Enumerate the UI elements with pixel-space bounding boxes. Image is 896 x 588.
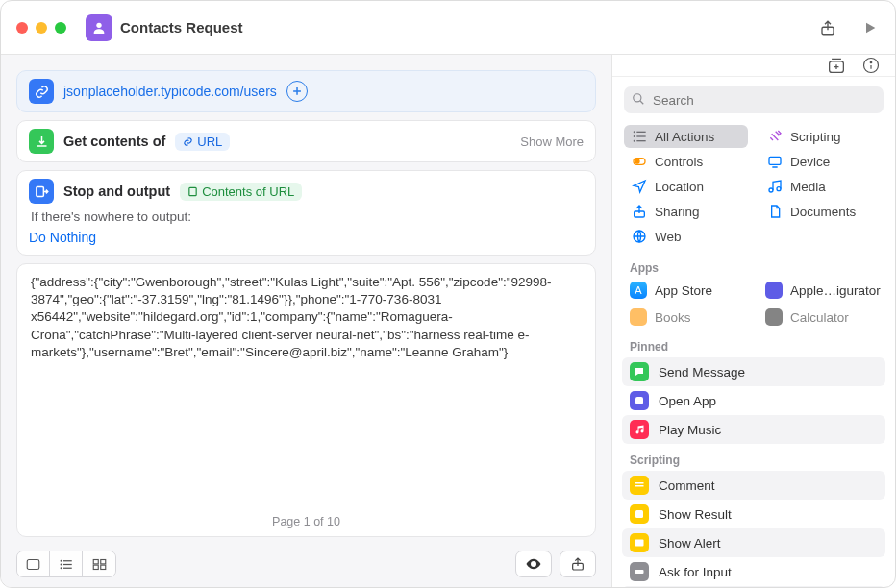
view-segmented-control	[16, 551, 116, 577]
svg-point-0	[96, 22, 101, 27]
share-output-button[interactable]	[560, 551, 596, 577]
script-comment[interactable]: Comment	[622, 471, 885, 500]
svg-rect-36	[635, 510, 643, 518]
add-url-button[interactable]: ＋	[286, 81, 308, 102]
window-title: Contacts Request	[120, 19, 243, 36]
cat-media[interactable]: Media	[759, 175, 884, 198]
zoom-window[interactable]	[55, 22, 66, 34]
view-list-button[interactable]	[50, 551, 83, 576]
shortcut-app-icon	[86, 14, 112, 41]
pinned-play-music[interactable]: Play Music	[622, 415, 885, 444]
app-books[interactable]: Books	[624, 306, 748, 329]
svg-rect-4	[27, 559, 39, 569]
editor-footer	[16, 545, 596, 579]
url-action[interactable]: jsonplaceholder.typicode.com/users ＋	[16, 70, 596, 112]
minimize-window[interactable]	[36, 22, 47, 34]
svg-rect-35	[635, 485, 644, 487]
section-scripting: Scripting	[612, 446, 895, 469]
share-button[interactable]	[818, 18, 837, 37]
fallback-label: If there's nowhere to output:	[29, 204, 584, 228]
svg-point-18	[870, 61, 872, 63]
pinned-open-app[interactable]: Open App	[622, 386, 885, 415]
page-indicator: Page 1 of 10	[17, 514, 595, 530]
output-preview: {"address":{"city":"Gwenborough","street…	[16, 263, 596, 537]
svg-rect-28	[769, 157, 781, 164]
svg-point-7	[61, 563, 62, 565]
script-show-alert[interactable]: Show Alert	[622, 528, 885, 557]
svg-rect-2	[36, 186, 43, 196]
cat-sharing[interactable]: Sharing	[624, 200, 748, 223]
url-value[interactable]: jsonplaceholder.typicode.com/users	[63, 84, 277, 99]
run-button[interactable]	[860, 18, 880, 37]
action-title: Get contents of	[63, 134, 165, 149]
info-button[interactable]	[860, 55, 882, 76]
svg-point-22	[634, 135, 635, 137]
svg-point-30	[777, 187, 781, 191]
output-icon	[29, 179, 54, 204]
section-apps: Apps	[612, 254, 895, 277]
script-show-result[interactable]: Show Result	[622, 500, 885, 528]
svg-point-29	[769, 188, 773, 192]
workflow-editor: jsonplaceholder.typicode.com/users ＋ Get…	[1, 55, 611, 587]
section-pinned: Pinned	[612, 332, 895, 355]
search-input[interactable]	[624, 86, 884, 113]
view-canvas-button[interactable]	[17, 551, 50, 576]
url-token[interactable]: URL	[175, 133, 230, 151]
svg-rect-38	[635, 570, 644, 574]
svg-rect-21	[636, 132, 645, 133]
contents-token[interactable]: Contents of URL	[180, 183, 302, 201]
cat-web[interactable]: Web	[624, 225, 748, 248]
output-text: {"address":{"city":"Gwenborough","street…	[31, 274, 582, 361]
library-button[interactable]	[826, 55, 847, 76]
close-window[interactable]	[16, 22, 28, 34]
action-title: Stop and output	[63, 184, 170, 199]
svg-point-19	[634, 94, 641, 102]
svg-rect-33	[635, 397, 643, 404]
svg-rect-14	[100, 565, 105, 569]
pinned-send-message[interactable]: Send Message	[622, 357, 885, 386]
category-grid: All Actions Scripting Controls Device Lo…	[612, 123, 895, 254]
window-controls	[16, 22, 66, 34]
svg-rect-37	[635, 540, 644, 547]
cat-all-actions[interactable]: All Actions	[624, 125, 748, 148]
download-icon	[29, 129, 54, 154]
svg-rect-25	[636, 140, 645, 141]
script-ask-input[interactable]: Ask for Input	[622, 557, 885, 586]
svg-rect-13	[93, 565, 98, 569]
get-contents-action[interactable]: Get contents of URL Show More	[16, 120, 596, 162]
app-calculator[interactable]: Calculator	[759, 306, 884, 329]
titlebar: Contacts Request	[1, 1, 895, 55]
svg-rect-34	[635, 482, 644, 484]
svg-point-24	[634, 140, 635, 142]
svg-point-20	[634, 131, 635, 133]
cat-device[interactable]: Device	[759, 150, 884, 173]
svg-point-9	[61, 567, 62, 569]
cat-controls[interactable]: Controls	[624, 150, 748, 173]
link-icon	[29, 79, 54, 104]
svg-rect-12	[100, 559, 105, 563]
svg-point-5	[61, 559, 62, 561]
sidebar: All Actions Scripting Controls Device Lo…	[611, 55, 895, 587]
quicklook-button[interactable]	[515, 551, 552, 577]
search-icon	[632, 92, 645, 106]
stop-output-action[interactable]: Stop and output Contents of URL If there…	[16, 170, 596, 256]
cat-scripting[interactable]: Scripting	[759, 125, 884, 148]
svg-rect-6	[63, 560, 72, 561]
svg-point-27	[635, 159, 639, 163]
cat-location[interactable]: Location	[624, 175, 748, 198]
fallback-choice[interactable]: Do Nothing	[29, 228, 584, 245]
cat-documents[interactable]: Documents	[759, 200, 884, 223]
svg-rect-23	[636, 135, 645, 136]
svg-rect-10	[63, 567, 72, 568]
app-configurator[interactable]: Apple…igurator	[759, 279, 884, 302]
app-appstore[interactable]: A App Store	[624, 279, 748, 302]
svg-rect-8	[63, 563, 72, 564]
view-grid-button[interactable]	[83, 551, 115, 576]
show-more-button[interactable]: Show More	[520, 135, 584, 149]
svg-rect-11	[93, 559, 98, 563]
svg-rect-3	[189, 187, 196, 195]
